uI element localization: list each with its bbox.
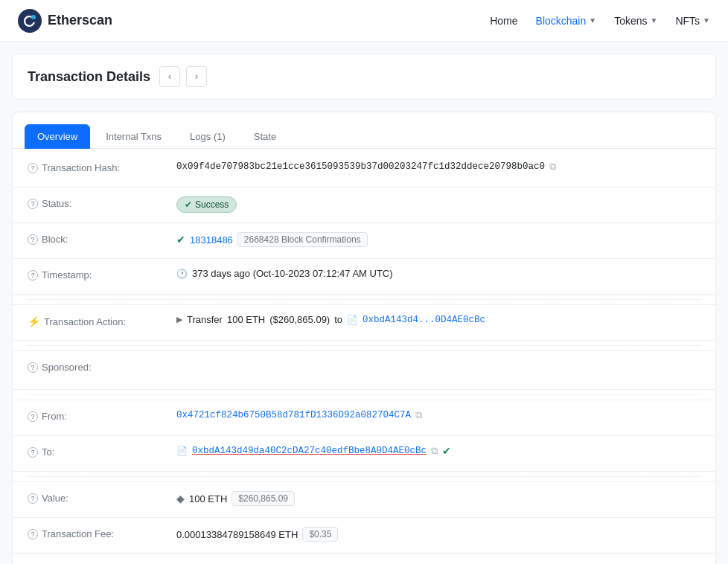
from-row: ? From: 0x4721cf824b6750B58d781fD1336D92…: [13, 400, 715, 436]
value-value: ◆ 100 ETH $260,865.09: [176, 491, 700, 506]
from-address-link[interactable]: 0x4721cf824b6750B58d781fD1336D92a082704C…: [176, 410, 411, 420]
value-label: ? Value:: [28, 491, 176, 504]
block-row: ? Block: ✔ 18318486 2668428 Block Confir…: [13, 223, 715, 259]
header: Etherscan Home Blockchain ▼ Tokens ▼ NFT…: [0, 0, 728, 42]
tokens-chevron-icon: ▼: [651, 16, 658, 25]
status-badge: ✔ Success: [176, 196, 237, 213]
copy-to-icon[interactable]: ⧉: [431, 445, 438, 457]
copy-from-icon[interactable]: ⧉: [415, 409, 422, 421]
divider-4: [13, 472, 715, 482]
nav-tokens[interactable]: Tokens ▼: [614, 15, 657, 27]
tab-overview[interactable]: Overview: [25, 124, 90, 149]
status-value: ✔ Success: [176, 196, 700, 213]
svg-point-0: [18, 9, 42, 33]
from-value: 0x4721cf824b6750B58d781fD1336D92a082704C…: [176, 409, 700, 421]
transaction-hash-row: ? Transaction Hash: 0x09f4de707983bc21e1…: [13, 152, 715, 188]
tabs-bar: Overview Internal Txns Logs (1) State: [13, 112, 715, 149]
from-info-icon[interactable]: ?: [28, 411, 38, 422]
page-title: Transaction Details: [28, 69, 150, 85]
detail-section: ? Transaction Hash: 0x09f4de707983bc21e1…: [13, 149, 715, 564]
from-label: ? From:: [28, 409, 176, 422]
divider-2: [13, 341, 715, 351]
blockchain-chevron-icon: ▼: [589, 16, 596, 25]
fee-usd-badge: $0.35: [302, 527, 338, 542]
transaction-action-label: ⚡ Transaction Action:: [28, 314, 176, 327]
eth-diamond-icon: ◆: [176, 493, 185, 504]
transaction-fee-row: ? Transaction Fee: 0.00013384789158649 E…: [13, 518, 715, 554]
to-address-link[interactable]: 0xbdA143d49da40C2cDA27c40edfBbe8A0D4AE0c…: [192, 446, 427, 456]
to-contract-icon: 📄: [176, 446, 188, 456]
status-info-icon[interactable]: ?: [28, 199, 38, 209]
divider-3: [13, 390, 715, 400]
tab-internal-txns[interactable]: Internal Txns: [93, 124, 174, 149]
block-info-icon[interactable]: ?: [28, 234, 38, 245]
logo-text: Etherscan: [48, 13, 112, 28]
sponsored-row: ? Sponsored:: [13, 351, 715, 390]
value-row: ? Value: ◆ 100 ETH $260,865.09: [13, 482, 715, 518]
value-info-icon[interactable]: ?: [28, 493, 38, 504]
block-number-link[interactable]: 18318486: [190, 234, 233, 246]
verified-icon: ✔: [442, 445, 451, 457]
status-row: ? Status: ✔ Success: [13, 188, 715, 223]
status-check-icon: ✔: [185, 199, 192, 210]
sponsored-label: ? Sponsored:: [28, 360, 176, 373]
transaction-hash-value: 0x09f4de707983bc21e1cce3615093539b37d002…: [176, 161, 700, 173]
transaction-action-row: ⚡ Transaction Action: ▶ Transfer 100 ETH…: [13, 305, 715, 341]
to-row: ? To: 📄 0xbdA143d49da40C2cDA27c40edfBbe8…: [13, 436, 715, 472]
timestamp-info-icon[interactable]: ?: [28, 270, 38, 281]
etherscan-logo-icon: [18, 9, 42, 33]
next-button[interactable]: ›: [186, 66, 207, 87]
copy-hash-icon[interactable]: ⧉: [549, 161, 556, 173]
nav-nfts[interactable]: NFTs ▼: [675, 15, 710, 27]
page-title-bar: Transaction Details ‹ ›: [12, 54, 716, 100]
confirmations-badge: 2668428 Block Confirmations: [237, 232, 368, 247]
transaction-fee-value: 0.00013384789158649 ETH $0.35: [176, 527, 700, 542]
action-address-link[interactable]: 0xbdA143d4...0D4AE0cBc: [363, 315, 485, 325]
timestamp-row: ? Timestamp: 🕐 373 days ago (Oct-10-2023…: [13, 259, 715, 295]
nav-home[interactable]: Home: [490, 15, 517, 27]
nfts-chevron-icon: ▼: [703, 16, 710, 25]
clock-icon: 🕐: [176, 269, 188, 279]
transaction-fee-label: ? Transaction Fee:: [28, 527, 176, 539]
lightning-icon: ⚡: [28, 315, 40, 327]
svg-point-1: [31, 15, 36, 19]
to-label: ? To:: [28, 445, 176, 458]
tab-state[interactable]: State: [241, 124, 289, 149]
nav-blockchain[interactable]: Blockchain ▼: [536, 15, 597, 27]
timestamp-label: ? Timestamp:: [28, 268, 176, 281]
divider-1: [13, 295, 715, 305]
transaction-action-value: ▶ Transfer 100 ETH ($260,865.09) to 📄 0x…: [176, 314, 700, 325]
to-info-icon[interactable]: ?: [28, 447, 38, 458]
sponsored-info-icon[interactable]: ?: [28, 362, 38, 373]
prev-button[interactable]: ‹: [159, 66, 180, 87]
main-nav: Home Blockchain ▼ Tokens ▼ NFTs ▼: [490, 15, 710, 27]
transaction-card: Overview Internal Txns Logs (1) State ? …: [12, 112, 716, 564]
tab-logs[interactable]: Logs (1): [177, 124, 238, 149]
gas-price-row: ? Gas Price: 4.880705081 Gwei (0.0000000…: [13, 554, 715, 564]
block-value: ✔ 18318486 2668428 Block Confirmations: [176, 232, 700, 247]
value-usd-badge: $260,865.09: [232, 491, 295, 506]
transfer-arrow-icon: ▶: [176, 315, 182, 324]
fee-info-icon[interactable]: ?: [28, 529, 38, 539]
to-value: 📄 0xbdA143d49da40C2cDA27c40edfBbe8A0D4AE…: [176, 445, 700, 457]
block-check-icon: ✔: [176, 234, 185, 246]
timestamp-value: 🕐 373 days ago (Oct-10-2023 07:12:47 AM …: [176, 268, 700, 279]
block-label: ? Block:: [28, 232, 176, 245]
status-label: ? Status:: [28, 196, 176, 209]
page-container: Transaction Details ‹ › Overview Interna…: [0, 42, 728, 564]
logo[interactable]: Etherscan: [18, 9, 112, 33]
contract-file-icon: 📄: [347, 315, 358, 325]
transaction-hash-info-icon[interactable]: ?: [28, 163, 38, 173]
transaction-hash-label: ? Transaction Hash:: [28, 161, 176, 173]
